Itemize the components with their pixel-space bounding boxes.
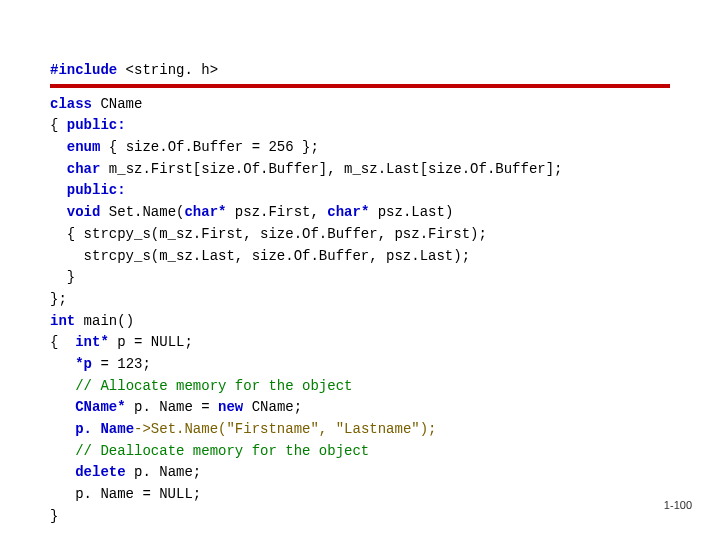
- code-line-13: { int* p = NULL;: [50, 332, 670, 354]
- text: };: [50, 291, 67, 307]
- text: p. Name =: [126, 399, 218, 415]
- text: [50, 204, 67, 220]
- slide-number: 1-100: [664, 497, 692, 514]
- keyword-enum: enum: [67, 139, 101, 155]
- code-line-7: void Set.Name(char* psz.First, char* psz…: [50, 202, 670, 224]
- code-line-21: }: [50, 506, 670, 528]
- title-rule: [50, 84, 670, 88]
- text: psz.First,: [226, 204, 327, 220]
- keyword-delete: delete: [75, 464, 125, 480]
- keyword-int: int: [50, 313, 75, 329]
- slide: #include <string. h> class CName { publi…: [0, 0, 720, 540]
- code-line-17: p. Name->Set.Name("Firstname", "Lastname…: [50, 419, 670, 441]
- text: [50, 161, 67, 177]
- keyword-char-ptr: char*: [327, 204, 369, 220]
- text: [50, 464, 75, 480]
- code-line-10: }: [50, 267, 670, 289]
- keyword-class: class: [50, 96, 92, 112]
- code-line-9: strcpy_s(m_sz.Last, size.Of.Buffer, psz.…: [50, 246, 670, 268]
- text: [50, 356, 75, 372]
- text: main(): [75, 313, 134, 329]
- code-line-19: delete p. Name;: [50, 462, 670, 484]
- text: <string. h>: [117, 62, 218, 78]
- text: { size.Of.Buffer = 256 };: [100, 139, 318, 155]
- text: CName: [92, 96, 142, 112]
- code-line-8: { strcpy_s(m_sz.First, size.Of.Buffer, p…: [50, 224, 670, 246]
- code-line-16: CName* p. Name = new CName;: [50, 397, 670, 419]
- text: strcpy_s(m_sz.Last, size.Of.Buffer, psz.…: [50, 248, 470, 264]
- text: = 123;: [92, 356, 151, 372]
- keyword-new: new: [218, 399, 243, 415]
- code-line-18: // Deallocate memory for the object: [50, 441, 670, 463]
- text: { strcpy_s(m_sz.First, size.Of.Buffer, p…: [50, 226, 487, 242]
- arrow-op: ->: [134, 421, 151, 437]
- code-line-5: char m_sz.First[size.Of.Buffer], m_sz.La…: [50, 159, 670, 181]
- var-pname: p. Name: [75, 421, 134, 437]
- text: p = NULL;: [109, 334, 193, 350]
- code-line-11: };: [50, 289, 670, 311]
- code-line-6: public:: [50, 180, 670, 202]
- code-line-1: #include <string. h>: [50, 60, 670, 82]
- comment-deallocate: // Deallocate memory for the object: [75, 443, 369, 459]
- text: CName;: [243, 399, 302, 415]
- type-cname-ptr: CName*: [75, 399, 125, 415]
- keyword-public: public:: [67, 182, 126, 198]
- code-line-14: *p = 123;: [50, 354, 670, 376]
- text: p. Name;: [126, 464, 202, 480]
- text: }: [50, 269, 75, 285]
- text: p. Name = NULL;: [50, 486, 201, 502]
- call-setname: Set.Name("Firstname", "Lastname");: [151, 421, 437, 437]
- text: [50, 421, 75, 437]
- text: [50, 139, 67, 155]
- code-line-2: class CName: [50, 94, 670, 116]
- text: m_sz.First[size.Of.Buffer], m_sz.Last[si…: [100, 161, 562, 177]
- keyword-char-ptr: char*: [184, 204, 226, 220]
- text: {: [50, 334, 75, 350]
- text: }: [50, 508, 58, 524]
- code-line-12: int main(): [50, 311, 670, 333]
- text: psz.Last): [369, 204, 453, 220]
- keyword-int-ptr: int*: [75, 334, 109, 350]
- keyword-public: public:: [67, 117, 126, 133]
- code-line-4: enum { size.Of.Buffer = 256 };: [50, 137, 670, 159]
- text: Set.Name(: [100, 204, 184, 220]
- code-line-15: // Allocate memory for the object: [50, 376, 670, 398]
- text: [50, 182, 67, 198]
- code-line-20: p. Name = NULL;: [50, 484, 670, 506]
- text: {: [50, 117, 67, 133]
- comment-allocate: // Allocate memory for the object: [75, 378, 352, 394]
- keyword-include: #include: [50, 62, 117, 78]
- code-line-3: { public:: [50, 115, 670, 137]
- text: [50, 443, 75, 459]
- text: [50, 378, 75, 394]
- text: [50, 399, 75, 415]
- deref-p: *p: [75, 356, 92, 372]
- keyword-char: char: [67, 161, 101, 177]
- keyword-void: void: [67, 204, 101, 220]
